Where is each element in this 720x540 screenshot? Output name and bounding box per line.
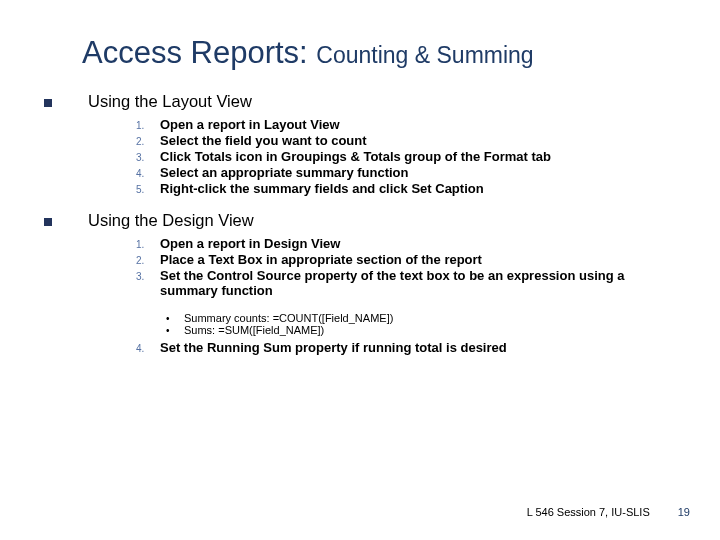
ordered-list: 1.Open a report in Layout View 2.Select … [136, 117, 676, 196]
sub-list-item: •Summary counts: =COUNT([Field_NAME]) [166, 312, 676, 324]
list-text: Right-click the summary fields and click… [160, 181, 484, 196]
sub-list-text: Sums: =SUM([Field_NAME]) [184, 324, 324, 336]
list-number: 4. [136, 168, 160, 179]
list-item: 5.Right-click the summary fields and cli… [136, 181, 676, 196]
list-number: 2. [136, 136, 160, 147]
section-layout-view: Using the Layout View 1.Open a report in… [44, 91, 676, 196]
list-item: 3. Set the Control Source property of th… [136, 268, 676, 298]
list-item: 2.Place a Text Box in appropriate sectio… [136, 252, 676, 267]
text-post: property if running total is desired [291, 340, 506, 355]
list-item: 4. Set the Running Sum property if runni… [136, 340, 676, 355]
section-heading: Using the Design View [88, 211, 254, 230]
sub-list-item: •Sums: =SUM([Field_NAME]) [166, 324, 676, 336]
list-number: 2. [136, 255, 160, 266]
list-number: 1. [136, 120, 160, 131]
square-bullet-icon [44, 99, 52, 107]
text-bold: Control Source [207, 268, 301, 283]
list-text: Open a report in Layout View [160, 117, 340, 132]
title-main: Access Reports: [82, 35, 316, 70]
page-number: 19 [678, 506, 690, 518]
list-number: 1. [136, 239, 160, 250]
bullet-icon: • [166, 313, 184, 324]
square-bullet-icon [44, 218, 52, 226]
list-item: 2.Select the field you want to count [136, 133, 676, 148]
list-item: 1.Open a report in Layout View [136, 117, 676, 132]
slide: Access Reports: Counting & Summing Using… [0, 0, 720, 540]
section-heading: Using the Layout View [88, 92, 252, 111]
list-number: 3. [136, 271, 160, 282]
list-item: 1.Open a report in Design View [136, 236, 676, 251]
list-text: Select the field you want to count [160, 133, 367, 148]
sub-list: •Summary counts: =COUNT([Field_NAME]) •S… [166, 312, 676, 336]
list-item: 3.Click Totals icon in Groupings & Total… [136, 149, 676, 164]
list-text: Set the Control Source property of the t… [160, 268, 676, 298]
list-text: Open a report in Design View [160, 236, 340, 251]
footer-source: L 546 Session 7, IU-SLIS [527, 506, 650, 518]
list-number: 5. [136, 184, 160, 195]
text-pre: Set the [160, 340, 207, 355]
list-text: Place a Text Box in appropriate section … [160, 252, 482, 267]
text-bold: Running Sum [207, 340, 292, 355]
list-number: 4. [136, 343, 160, 354]
section-row: Using the Design View [44, 210, 676, 230]
sub-list-text: Summary counts: =COUNT([Field_NAME]) [184, 312, 393, 324]
page-title: Access Reports: Counting & Summing [82, 34, 676, 71]
list-number: 3. [136, 152, 160, 163]
list-text: Select an appropriate summary function [160, 165, 409, 180]
list-text: Click Totals icon in Groupings & Totals … [160, 149, 551, 164]
ordered-list-cont: 4. Set the Running Sum property if runni… [136, 340, 676, 355]
text-pre: Set the [160, 268, 207, 283]
list-item: 4.Select an appropriate summary function [136, 165, 676, 180]
list-text: Set the Running Sum property if running … [160, 340, 507, 355]
footer: L 546 Session 7, IU-SLIS 19 [527, 506, 690, 518]
section-row: Using the Layout View [44, 91, 676, 111]
bullet-icon: • [166, 325, 184, 336]
section-design-view: Using the Design View 1.Open a report in… [44, 210, 676, 355]
ordered-list: 1.Open a report in Design View 2.Place a… [136, 236, 676, 298]
title-sub: Counting & Summing [316, 42, 533, 68]
